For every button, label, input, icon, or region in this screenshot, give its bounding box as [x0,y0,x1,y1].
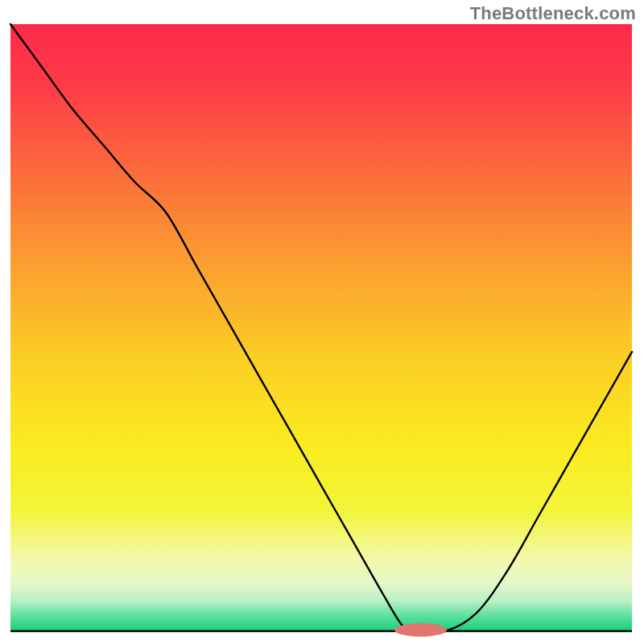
bottleneck-chart [0,0,644,644]
chart-background [10,24,632,631]
chart-container: TheBottleneck.com [0,0,644,644]
optimal-range-marker [394,623,447,637]
attribution-text: TheBottleneck.com [470,3,636,24]
